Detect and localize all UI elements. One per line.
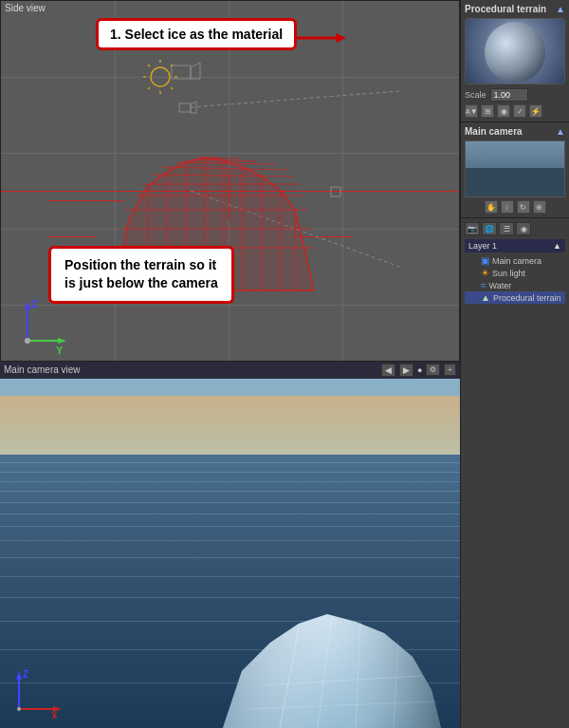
svg-marker-40 (58, 338, 66, 344)
scale-row: Scale (465, 88, 565, 102)
svg-text:Z: Z (31, 298, 38, 309)
water-icon: ≈ (481, 280, 486, 290)
scene-layer-row: Layer 1 ▲ (465, 239, 565, 252)
side-view-svg: Z Y (1, 1, 459, 361)
pt-icon-grid[interactable]: ⊞ (481, 104, 494, 118)
side-view: Side view (0, 0, 460, 362)
svg-point-2 (151, 67, 170, 86)
main-camera-title: Main camera ▲ (465, 126, 565, 137)
mc-rotate-icon[interactable]: ↻ (517, 200, 530, 214)
mc-zoom-icon[interactable]: ⊕ (533, 200, 546, 214)
camera-percent: ● (417, 365, 422, 375)
scale-input[interactable] (490, 88, 528, 102)
annotation-mid: Position the terrain so it is just below… (48, 246, 234, 304)
main-camera-panel: Main camera ▲ ✋ ↕ ↻ ⊕ (461, 122, 569, 218)
svg-marker-44 (336, 33, 346, 43)
svg-marker-46 (223, 614, 441, 728)
scene-item-sun-light[interactable]: ☀ Sun light (465, 267, 565, 279)
pt-preview (465, 18, 565, 84)
camera-view: Z X (0, 379, 460, 728)
camera-controls-bar: Main camera view ◀ ▶ ● ⚙ + (0, 362, 460, 379)
camera-nav-btn2[interactable]: ▶ (399, 364, 413, 377)
pt-icon-eye[interactable]: ◉ (497, 104, 510, 118)
pt-icon-link[interactable]: ⚡ (529, 104, 542, 118)
scene-panel: 📷 🌐 ☰ ◉ Layer 1 ▲ ▣ Main camera ☀ Sun li… (461, 218, 569, 728)
procedural-terrain-panel: Procedural terrain ▲ Scale A▼ ⊞ ◉ ✓ ⚡ (461, 0, 569, 122)
pt-icon-check[interactable]: ✓ (513, 104, 526, 118)
mc-icons: ✋ ↕ ↻ ⊕ (465, 200, 565, 214)
svg-line-14 (191, 91, 399, 107)
svg-marker-1 (191, 63, 200, 79)
procedural-terrain-title: Procedural terrain ▲ (465, 4, 565, 14)
svg-line-7 (148, 65, 150, 66)
terrain-icon: ▲ (481, 292, 490, 303)
scene-tab-world[interactable]: 🌐 (482, 222, 497, 235)
mc-hand-icon[interactable]: ✋ (485, 200, 498, 214)
scene-item-label: Water (489, 281, 512, 290)
ocean-bg (0, 455, 460, 728)
svg-text:Y: Y (56, 345, 64, 356)
camera-icon: ▣ (481, 255, 489, 266)
axis-indicator: Z X (9, 666, 66, 719)
pt-expand-btn[interactable]: ▲ (556, 4, 565, 14)
wave (0, 481, 460, 482)
svg-line-8 (171, 65, 173, 66)
wave (0, 513, 460, 514)
annotation-top: 1. Select ice as the material (96, 18, 297, 50)
pt-icon-a[interactable]: A▼ (465, 104, 478, 118)
camera-zoom-btn[interactable]: + (444, 364, 456, 376)
scene-tab-camera[interactable]: 📷 (465, 222, 480, 235)
svg-marker-54 (16, 671, 22, 680)
scene-tab-eye[interactable]: ◉ (516, 222, 531, 235)
wave (0, 472, 460, 473)
mc-expand-btn[interactable]: ▲ (556, 126, 565, 137)
mc-preview (465, 140, 565, 197)
svg-rect-11 (179, 103, 191, 112)
scale-label: Scale (465, 90, 486, 100)
right-panel: Procedural terrain ▲ Scale A▼ ⊞ ◉ ✓ ⚡ Ma… (460, 0, 569, 728)
svg-marker-37 (25, 301, 30, 309)
camera-settings-btn[interactable]: ⚙ (426, 364, 440, 376)
iceberg (194, 519, 441, 728)
mc-ocean (466, 168, 564, 196)
scene-item-main-camera[interactable]: ▣ Main camera (465, 254, 565, 267)
annotation-arrow-top (294, 28, 351, 47)
svg-text:X: X (51, 711, 58, 719)
main-area: Side view (0, 0, 460, 728)
scene-expand-icon: ▲ (553, 241, 561, 251)
pt-icon-row: A▼ ⊞ ◉ ✓ ⚡ (465, 104, 565, 118)
camera-nav-btn[interactable]: ◀ (381, 364, 395, 377)
svg-rect-13 (331, 187, 340, 196)
scene-item-procedural-terrain[interactable]: ▲ Procedural terrain (465, 291, 565, 304)
mc-move-icon[interactable]: ↕ (501, 200, 514, 214)
camera-view-label: Main camera view (4, 364, 377, 375)
scene-tab-bars[interactable]: ☰ (499, 222, 514, 235)
scene-item-label: Sun light (492, 269, 525, 278)
svg-line-9 (148, 87, 150, 89)
scene-item-label: Main camera (492, 256, 541, 266)
svg-point-59 (17, 707, 21, 711)
light-icon: ☀ (481, 268, 489, 278)
svg-line-10 (171, 87, 173, 89)
svg-point-42 (25, 338, 30, 344)
scene-item-label: Procedural terrain (493, 293, 561, 303)
side-view-title: Side view (5, 3, 46, 13)
wave (0, 491, 460, 492)
scene-item-water[interactable]: ≈ Water (465, 279, 565, 291)
scene-panel-header: 📷 🌐 ☰ ◉ (465, 222, 565, 235)
wave (0, 462, 460, 463)
pt-sphere (485, 22, 545, 83)
wave (0, 502, 460, 503)
svg-text:Z: Z (23, 669, 28, 680)
